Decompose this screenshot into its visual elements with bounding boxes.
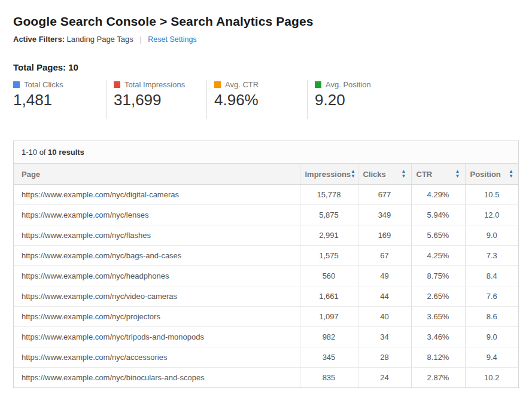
column-header-ctr[interactable]: CTR ▲▼: [411, 164, 465, 185]
sort-icons: ▲▼: [509, 169, 513, 179]
clicks-cell: 67: [358, 246, 411, 266]
clicks-cell: 28: [358, 347, 411, 368]
ctr-cell: 2.87%: [411, 368, 465, 388]
page-title: Google Search Console > Search Analytics…: [13, 14, 519, 29]
clicks-color-swatch-icon: [13, 81, 20, 88]
column-header-page[interactable]: Page: [14, 164, 300, 185]
table-row[interactable]: https://www.example.com/nyc/video-camera…: [14, 286, 518, 307]
page-url-cell: https://www.example.com/nyc/digital-came…: [14, 185, 300, 205]
metric-value: 31,699: [114, 91, 206, 109]
position-cell: 9.4: [465, 347, 518, 368]
table-row[interactable]: https://www.example.com/nyc/projectors 1…: [14, 307, 518, 327]
impressions-cell: 1,661: [300, 286, 358, 307]
column-header-label: CTR: [417, 170, 433, 179]
sort-desc-icon[interactable]: ▼: [455, 174, 460, 179]
column-header-impressions[interactable]: Impressions ▲▼: [300, 164, 358, 185]
clicks-cell: 677: [358, 185, 411, 205]
clicks-cell: 24: [358, 368, 411, 388]
filters-separator: |: [139, 35, 141, 44]
page-url-cell: https://www.example.com/nyc/accessories: [14, 347, 300, 368]
sort-icons: ▲▼: [455, 169, 460, 179]
ctr-color-swatch-icon: [214, 81, 221, 88]
table-row[interactable]: https://www.example.com/nyc/flashes 2,99…: [14, 225, 518, 246]
table-header-row: Page Impressions ▲▼ Clicks ▲▼: [14, 164, 518, 185]
clicks-cell: 169: [358, 225, 411, 246]
results-count-bar: 1-10 of 10 results: [14, 141, 518, 164]
ctr-cell: 2.65%: [411, 286, 465, 307]
reset-settings-link[interactable]: Reset Settings: [148, 35, 196, 44]
position-cell: 12.0: [465, 205, 518, 225]
total-pages-label: Total Pages: 10: [13, 62, 519, 72]
position-cell: 10.5: [465, 185, 518, 205]
page-url-cell: https://www.example.com/nyc/binoculars-a…: [14, 368, 300, 388]
table-row[interactable]: https://www.example.com/nyc/headphones 5…: [14, 266, 518, 286]
column-header-label: Position: [470, 170, 501, 179]
clicks-cell: 34: [358, 327, 411, 347]
ctr-cell: 5.65%: [411, 225, 465, 246]
sort-icons: ▲▼: [351, 169, 355, 179]
impressions-color-swatch-icon: [114, 81, 120, 88]
column-header-clicks[interactable]: Clicks ▲▼: [358, 164, 411, 185]
position-cell: 7.6: [465, 286, 518, 307]
results-count-prefix: 1-10 of: [22, 148, 48, 157]
position-cell: 8.6: [465, 307, 518, 327]
impressions-cell: 982: [300, 327, 358, 347]
metric-label: Total Impressions: [124, 80, 185, 89]
table-row[interactable]: https://www.example.com/nyc/binoculars-a…: [14, 368, 518, 388]
results-table-panel: 1-10 of 10 results Page Impressions ▲▼: [13, 141, 519, 388]
metric-avg-position: Avg. Position 9.20: [308, 80, 408, 119]
metric-value: 9.20: [315, 91, 408, 109]
table-row[interactable]: https://www.example.com/nyc/digital-came…: [14, 185, 518, 205]
ctr-cell: 3.65%: [411, 307, 465, 327]
clicks-cell: 44: [358, 286, 411, 307]
impressions-cell: 2,991: [300, 225, 358, 246]
table-row[interactable]: https://www.example.com/nyc/accessories …: [14, 347, 518, 368]
active-filters-label: Active Filters:: [13, 35, 65, 44]
column-header-position[interactable]: Position ▲▼: [465, 164, 518, 185]
metric-label: Avg. Position: [326, 80, 371, 89]
sort-desc-icon[interactable]: ▼: [351, 174, 355, 179]
clicks-cell: 49: [358, 266, 411, 286]
metric-label-row: Total Clicks: [13, 80, 106, 89]
column-header-label: Clicks: [363, 170, 386, 179]
page-url-cell: https://www.example.com/nyc/bags-and-cas…: [14, 246, 300, 266]
position-cell: 8.4: [465, 266, 518, 286]
results-count-bold: 10 results: [48, 148, 84, 157]
ctr-cell: 5.94%: [411, 205, 465, 225]
page-url-cell: https://www.example.com/nyc/video-camera…: [14, 286, 300, 307]
table-row[interactable]: https://www.example.com/nyc/tripods-and-…: [14, 327, 518, 347]
active-filters-bar: Active Filters: Landing Page Tags | Rese…: [13, 35, 519, 44]
page: Google Search Console > Search Analytics…: [0, 0, 532, 388]
table-row[interactable]: https://www.example.com/nyc/bags-and-cas…: [14, 246, 518, 266]
page-url-cell: https://www.example.com/nyc/lenses: [14, 205, 300, 225]
clicks-cell: 349: [358, 205, 411, 225]
ctr-cell: 3.46%: [411, 327, 465, 347]
position-cell: 9.0: [465, 327, 518, 347]
ctr-cell: 4.29%: [411, 185, 465, 205]
metric-label: Total Clicks: [24, 80, 63, 89]
ctr-cell: 8.75%: [411, 266, 465, 286]
position-cell: 10.2: [465, 368, 518, 388]
page-url-cell: https://www.example.com/nyc/headphones: [14, 266, 300, 286]
column-header-label: Page: [22, 170, 40, 179]
table-body: https://www.example.com/nyc/digital-came…: [14, 185, 518, 388]
impressions-cell: 835: [300, 368, 358, 388]
column-header-label: Impressions: [305, 170, 351, 179]
metrics-row: Total Clicks 1,481 Total Impressions 31,…: [13, 80, 519, 119]
position-cell: 9.0: [465, 225, 518, 246]
ctr-cell: 8.12%: [411, 347, 465, 368]
sort-desc-icon[interactable]: ▼: [402, 174, 406, 179]
metric-value: 4.96%: [214, 91, 307, 109]
ctr-cell: 4.25%: [411, 246, 465, 266]
table-row[interactable]: https://www.example.com/nyc/lenses 5,875…: [14, 205, 518, 225]
page-url-cell: https://www.example.com/nyc/projectors: [14, 307, 300, 327]
metric-label: Avg. CTR: [225, 80, 259, 89]
impressions-cell: 1,097: [300, 307, 358, 327]
metric-avg-ctr: Avg. CTR 4.96%: [207, 80, 308, 119]
active-filters-value: Landing Page Tags: [67, 35, 133, 44]
impressions-cell: 15,778: [300, 185, 358, 205]
sort-desc-icon[interactable]: ▼: [509, 174, 513, 179]
page-url-cell: https://www.example.com/nyc/tripods-and-…: [14, 327, 300, 347]
sort-icons: ▲▼: [402, 169, 406, 179]
page-url-cell: https://www.example.com/nyc/flashes: [14, 225, 300, 246]
